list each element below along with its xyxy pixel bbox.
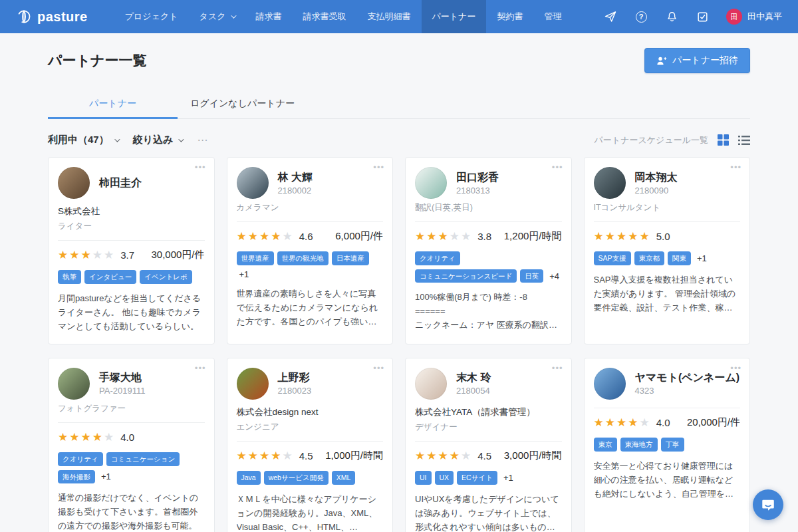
star-rating: ★★★★★ xyxy=(237,449,294,463)
star-filled-icon: ★ xyxy=(69,431,80,444)
rating-row: ★★★★★ 4.5 3,000円/時間 xyxy=(415,449,562,463)
star-filled-icon: ★ xyxy=(81,249,92,261)
send-icon[interactable] xyxy=(604,10,617,23)
chevron-down-icon xyxy=(231,13,236,18)
rating-value: 4.5 xyxy=(477,450,491,462)
nav-item[interactable]: タスク xyxy=(189,0,245,33)
skill-tag: UI xyxy=(415,471,432,485)
star-filled-icon: ★ xyxy=(438,450,450,462)
nav-item[interactable]: パートナー xyxy=(422,0,487,33)
card-divider xyxy=(237,441,384,442)
task-check-icon[interactable] xyxy=(696,10,709,23)
partner-description: SAP導入支援を複数社担当されていた実績があります。 管理会計領域の要件定義、設… xyxy=(594,273,741,315)
star-filled-icon: ★ xyxy=(426,230,438,243)
star-filled-icon: ★ xyxy=(450,450,461,462)
user-avatar: 田 xyxy=(726,9,742,25)
nav-item[interactable]: 管理 xyxy=(533,0,572,33)
star-filled-icon: ★ xyxy=(237,230,248,243)
partner-price: 6,000円/件 xyxy=(335,230,383,243)
card-menu-button[interactable]: ••• xyxy=(373,364,384,372)
skill-tag: 世界遺産 xyxy=(237,251,274,265)
nav-item[interactable]: 契約書 xyxy=(486,0,533,33)
nav-menu: プロジェクト タスク 請求書 請求書受取 支払明細書 パートナー 契約書 管理 xyxy=(114,0,573,33)
nav-right-icons: 田 田中真平 xyxy=(604,0,782,33)
tag-list: 東京東海地方丁寧 xyxy=(594,438,741,452)
partner-company: S株式会社 xyxy=(58,205,205,217)
card-menu-button[interactable]: ••• xyxy=(195,364,206,372)
star-empty-icon: ★ xyxy=(283,450,294,462)
partner-name: ヤマモト(ペンネーム) xyxy=(635,371,740,384)
user-menu[interactable]: 田 田中真平 xyxy=(726,9,782,25)
card-divider xyxy=(415,221,562,222)
partner-avatar xyxy=(594,167,626,199)
tag-list: UIUXECサイト+1 xyxy=(415,471,562,485)
card-menu-button[interactable]: ••• xyxy=(552,163,563,172)
partner-card[interactable]: ••• 末木 玲 2180054 株式会社YATA（請求書管理） デザイナー ★… xyxy=(405,358,572,532)
nav-item-label: 請求書 xyxy=(256,11,282,23)
partner-name: 林 大輝 xyxy=(278,171,313,184)
top-navigation: pasture プロジェクト タスク 請求書 請求書受取 支払明細書 パートナー… xyxy=(0,0,798,33)
nav-item[interactable]: 請求書 xyxy=(245,0,293,33)
partner-card[interactable]: ••• 田口彩香 2180313 翻訳(日英,英日) ★★★★★ 3.8 1,2… xyxy=(405,157,572,344)
skill-tag: 東海地方 xyxy=(620,438,658,452)
partner-card[interactable]: ••• 岡本翔太 2180090 ITコンサルタント ★★★★★ 5.0 SAP… xyxy=(584,157,751,344)
star-rating: ★★★★★ xyxy=(415,229,472,243)
nav-item[interactable]: プロジェクト xyxy=(114,0,189,33)
partner-name: 柿田圭介 xyxy=(99,176,142,190)
tab-partner[interactable]: パートナー xyxy=(48,90,178,118)
notification-bell-icon[interactable] xyxy=(665,10,678,23)
rating-row: ★★★★★ 5.0 xyxy=(594,229,741,243)
partner-role: ITコンサルタント xyxy=(594,202,741,213)
star-filled-icon: ★ xyxy=(92,431,104,444)
card-menu-button[interactable]: ••• xyxy=(373,163,384,172)
refine-filter-label: 絞り込み xyxy=(133,134,174,146)
partner-card[interactable]: ••• 柿田圭介 S株式会社 ライター ★★★★★ 3.7 30,000円/件 … xyxy=(48,157,215,344)
skill-tag: 関東 xyxy=(668,251,691,265)
card-menu-button[interactable]: ••• xyxy=(730,364,741,372)
more-tags-label: +1 xyxy=(239,269,249,279)
skill-tag: 日本遺産 xyxy=(332,251,369,265)
star-empty-icon: ★ xyxy=(104,249,115,261)
skill-tag: 日英 xyxy=(520,269,543,283)
card-divider xyxy=(237,221,384,222)
tab-no-login-partner[interactable]: ログインなしパートナー xyxy=(178,90,307,118)
star-filled-icon: ★ xyxy=(271,450,282,462)
partner-card[interactable]: ••• ヤマモト(ペンネーム) 4323 ★★★★★ 4.0 20,000円/件… xyxy=(584,358,751,532)
list-view-icon[interactable] xyxy=(738,135,750,146)
partner-price: 30,000円/件 xyxy=(151,249,204,261)
toolbar-more-button[interactable]: ⋯ xyxy=(197,134,208,146)
brand-logo[interactable]: pasture xyxy=(16,0,88,33)
rating-value: 3.8 xyxy=(477,231,491,242)
chat-launcher-button[interactable] xyxy=(753,489,783,520)
nav-item-label: 契約書 xyxy=(497,11,523,23)
card-menu-button[interactable]: ••• xyxy=(552,364,563,372)
card-menu-button[interactable]: ••• xyxy=(730,163,741,172)
card-divider xyxy=(415,441,562,442)
skill-tag: クオリティ xyxy=(415,251,460,265)
partner-name: 手塚大地 xyxy=(99,371,145,384)
user-name: 田中真平 xyxy=(747,11,782,23)
status-filter-dropdown[interactable]: 利用中（47） xyxy=(48,134,118,146)
partner-card[interactable]: ••• 手塚大地 PA-2019111 フォトグラファー ★★★★★ 4.0 ク… xyxy=(48,358,215,532)
card-menu-button[interactable]: ••• xyxy=(195,163,206,172)
star-empty-icon: ★ xyxy=(640,416,651,429)
partner-id: 2180023 xyxy=(278,386,312,396)
nav-item[interactable]: 支払明細書 xyxy=(357,0,422,33)
partner-invite-button[interactable]: パートナー招待 xyxy=(644,48,750,73)
star-filled-icon: ★ xyxy=(81,431,92,444)
partner-schedule-link[interactable]: パートナースケジュール一覧 xyxy=(595,134,708,146)
star-rating: ★★★★★ xyxy=(415,449,472,463)
tag-list: SAP支援東京都関東+1 xyxy=(594,251,741,265)
grid-view-icon[interactable] xyxy=(718,134,729,146)
partner-card[interactable]: ••• 上野彩 2180023 株式会社design next エンジニア ★★… xyxy=(227,358,394,532)
partner-list-page: パートナー一覧 パートナー招待 パートナー ログインなしパートナー 利用中（47… xyxy=(0,48,798,532)
partner-price: 3,000円/時間 xyxy=(504,450,562,462)
refine-filter-dropdown[interactable]: 絞り込み xyxy=(133,134,183,146)
help-icon[interactable] xyxy=(634,10,648,23)
star-filled-icon: ★ xyxy=(248,230,259,243)
partner-card[interactable]: ••• 林 大輝 2180002 カメラマン ★★★★★ 4.6 6,000円/… xyxy=(227,157,394,344)
nav-item[interactable]: 請求書受取 xyxy=(293,0,357,33)
rating-row: ★★★★★ 4.0 20,000円/件 xyxy=(594,416,741,430)
partner-name: 上野彩 xyxy=(278,371,312,384)
star-filled-icon: ★ xyxy=(640,230,651,243)
